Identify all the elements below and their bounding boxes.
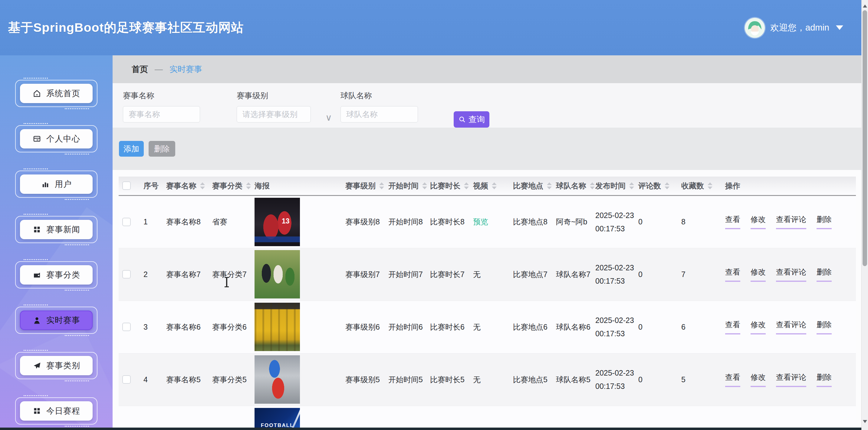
- column-label: 海报: [254, 181, 270, 191]
- column-header-start[interactable]: 开始时间: [385, 176, 427, 195]
- action-link[interactable]: 查看评论: [776, 214, 806, 229]
- scrollbar[interactable]: [861, 0, 868, 430]
- breadcrumb-home[interactable]: 首页: [132, 64, 148, 75]
- scrollbar-thumb[interactable]: [863, 10, 867, 266]
- sort-icon[interactable]: [379, 183, 384, 189]
- poster-image[interactable]: 13: [254, 198, 300, 246]
- column-header-published[interactable]: 发布时间: [592, 176, 634, 195]
- row-checkbox[interactable]: [122, 218, 131, 226]
- row-checkbox[interactable]: [122, 270, 131, 278]
- sidebar-item-label: 今日赛程: [46, 405, 80, 417]
- cell-start-time: 开始时间8: [385, 195, 427, 248]
- cell-comments: 0: [634, 353, 678, 406]
- scrollbar-up-icon[interactable]: [863, 2, 867, 7]
- action-link[interactable]: 查看评论: [776, 320, 806, 334]
- action-link[interactable]: 修改: [751, 267, 766, 282]
- column-header-level[interactable]: 赛事级别: [342, 176, 385, 195]
- column-header-video[interactable]: 视频: [469, 176, 509, 195]
- column-header-actions: 操作: [721, 176, 856, 195]
- cell-duration: 比赛时长7: [427, 248, 469, 301]
- team-name-input[interactable]: [340, 106, 418, 123]
- sidebar-item-event-news[interactable]: 赛事新闻: [20, 220, 93, 239]
- action-link[interactable]: 修改: [751, 320, 766, 334]
- sort-icon[interactable]: [464, 183, 469, 189]
- app-header: 基于SpringBoot的足球赛事社区互动网站 欢迎您，admin: [0, 0, 861, 55]
- sidebar-item-event-type[interactable]: 赛事类别: [20, 356, 93, 375]
- select-caret-icon[interactable]: ∨: [326, 112, 332, 123]
- sidebar-item-users[interactable]: 用户: [20, 174, 93, 194]
- row-checkbox[interactable]: [122, 375, 131, 384]
- action-link[interactable]: 删除: [816, 267, 832, 282]
- filter-bar: 赛事名称 赛事级别 ∨ 球队名称 查询: [113, 83, 861, 128]
- scrollbar-down-icon[interactable]: [863, 420, 867, 425]
- video-preview-link[interactable]: 预览: [473, 218, 488, 226]
- column-header-name[interactable]: 赛事名称: [162, 176, 209, 195]
- menu-pill[interactable]: 系统首页: [20, 84, 93, 103]
- cell-level: [342, 406, 385, 430]
- cell-comments: [634, 406, 678, 430]
- column-header-comments[interactable]: 评论数: [634, 176, 678, 195]
- menu-pill[interactable]: 赛事类别: [20, 356, 93, 375]
- action-link[interactable]: 查看: [725, 320, 740, 334]
- sort-icon[interactable]: [664, 183, 670, 189]
- sort-icon[interactable]: [200, 183, 205, 189]
- poster-image[interactable]: [254, 303, 300, 351]
- action-link[interactable]: 查看评论: [776, 372, 806, 387]
- cell-poster: [251, 301, 342, 353]
- sidebar-item-event-category[interactable]: 赛事分类: [20, 265, 93, 285]
- select-all-checkbox[interactable]: [122, 181, 131, 190]
- add-button[interactable]: 添加: [119, 141, 144, 157]
- sort-icon[interactable]: [629, 183, 634, 189]
- action-link[interactable]: 删除: [816, 214, 832, 229]
- column-header-favorites[interactable]: 收藏数: [678, 176, 721, 195]
- menu-pill[interactable]: 赛事分类: [20, 265, 93, 285]
- sort-icon[interactable]: [246, 183, 251, 189]
- delete-button[interactable]: 删除: [149, 141, 175, 157]
- sidebar-item-personal-center[interactable]: 个人中心: [20, 129, 93, 148]
- search-button[interactable]: 查询: [454, 111, 489, 128]
- menu-pill[interactable]: 实时赛事: [20, 310, 93, 330]
- menu-pill[interactable]: 个人中心: [20, 129, 93, 148]
- action-link[interactable]: 查看: [725, 372, 740, 387]
- publish-date: 2025-02-23: [595, 366, 634, 379]
- sidebar-item-system-home[interactable]: 系统首页: [20, 84, 93, 103]
- sidebar-item-live-events[interactable]: 实时赛事: [20, 310, 93, 330]
- menu-pill[interactable]: 用户: [20, 174, 93, 194]
- column-header-checkbox: [119, 176, 140, 195]
- poster-image[interactable]: [254, 250, 300, 298]
- publish-time: 00:17:53: [595, 379, 634, 393]
- column-header-location[interactable]: 比赛地点: [509, 176, 552, 195]
- sidebar-item-today-schedule[interactable]: 今日赛程: [20, 401, 93, 421]
- sort-icon[interactable]: [547, 183, 552, 189]
- cell-level: 赛事级别5: [342, 353, 385, 406]
- menu-pill[interactable]: 赛事新闻: [20, 220, 93, 239]
- sort-icon[interactable]: [708, 183, 712, 189]
- poster-image[interactable]: FOOTBALL: [254, 408, 300, 430]
- user-menu-caret-icon[interactable]: [836, 25, 843, 34]
- action-link[interactable]: 删除: [816, 320, 832, 334]
- sort-icon[interactable]: [422, 183, 427, 189]
- action-link[interactable]: 查看: [725, 214, 740, 229]
- publish-date: 2025-02-23: [595, 313, 634, 327]
- avatar[interactable]: [745, 18, 765, 38]
- action-link[interactable]: 修改: [751, 214, 766, 229]
- action-link[interactable]: 查看: [725, 267, 740, 282]
- event-level-select[interactable]: [237, 106, 311, 123]
- sort-icon[interactable]: [590, 183, 595, 189]
- column-header-duration[interactable]: 比赛时长: [427, 176, 469, 195]
- column-header-category[interactable]: 赛事分类: [209, 176, 251, 195]
- action-link[interactable]: 查看评论: [776, 267, 806, 282]
- toolbar: 添加 删除: [113, 128, 861, 170]
- menu-pill[interactable]: 今日赛程: [20, 401, 93, 421]
- column-label: 赛事名称: [166, 181, 196, 191]
- sort-icon[interactable]: [492, 183, 497, 189]
- action-link[interactable]: 删除: [816, 372, 832, 387]
- cell-event-name: 赛事名称8: [162, 195, 209, 248]
- poster-image[interactable]: [254, 355, 300, 404]
- event-name-input[interactable]: [123, 106, 200, 123]
- action-link[interactable]: 修改: [751, 372, 766, 387]
- row-checkbox[interactable]: [122, 323, 131, 331]
- bottom-edge-bar: [0, 428, 861, 430]
- column-header-team[interactable]: 球队名称: [552, 176, 592, 195]
- cell-category: 省赛: [209, 195, 251, 248]
